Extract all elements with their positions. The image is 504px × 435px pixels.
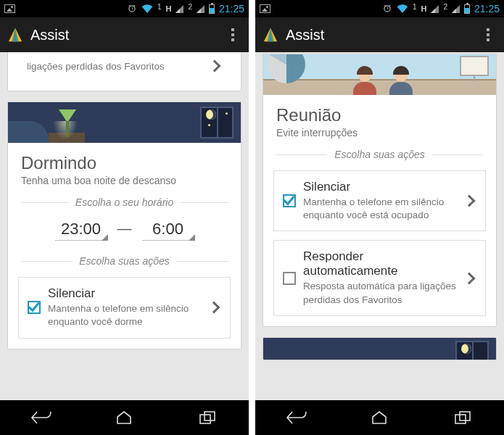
silence-action-item[interactable]: Silenciar Mantenha o telefone em silênci…	[18, 277, 231, 338]
chevron-right-icon	[463, 272, 476, 284]
end-time-picker[interactable]: 6:00	[142, 217, 194, 241]
time-dash: —	[117, 220, 132, 237]
auto-reply-checkbox[interactable]	[283, 272, 296, 285]
auto-reply-action-item[interactable]: Responder automaticamente Resposta autom…	[273, 240, 486, 315]
sim2-label: 2	[443, 3, 447, 11]
status-bar: 1 H 2 21:25	[0, 0, 249, 17]
next-card-peek	[263, 337, 497, 360]
chevron-right-icon	[208, 302, 220, 314]
previous-action-desc: ligações perdidas dos Favoritos	[27, 60, 203, 73]
wifi-icon	[397, 4, 408, 13]
auto-reply-action-desc: Resposta automática para ligações perdid…	[303, 280, 458, 306]
action-bar: Assist	[255, 17, 504, 52]
nav-bar	[255, 400, 504, 435]
content-area: ligações perdidas dos Favoritos Dormindo…	[0, 52, 249, 400]
signal-sim2-icon	[452, 5, 460, 13]
recents-button[interactable]	[434, 405, 492, 431]
silence-action-title: Silenciar	[303, 180, 458, 194]
phone-left: 1 H 2 21:25 Assist ligações perdidas dos…	[0, 0, 249, 435]
actions-section-label: Escolha suas ações	[263, 143, 496, 166]
signal-sim1-icon	[175, 5, 183, 13]
network-type-icon: H	[165, 4, 171, 13]
nav-bar	[0, 400, 249, 435]
status-clock: 21:25	[219, 3, 244, 14]
signal-sim1-icon	[431, 5, 439, 13]
previous-card-partial: ligações perdidas dos Favoritos	[7, 52, 241, 91]
svg-rect-4	[205, 412, 215, 420]
overflow-menu-button[interactable]	[479, 26, 497, 44]
sim1-label: 1	[413, 3, 417, 11]
home-button[interactable]	[95, 405, 153, 431]
sim1-label: 1	[157, 3, 162, 11]
silence-action-desc: Mantenha o telefone em silêncio enquanto…	[48, 302, 202, 328]
meeting-card-hero	[263, 54, 496, 95]
auto-reply-action-title: Responder automaticamente	[303, 249, 458, 278]
app-logo-icon	[263, 27, 278, 43]
sleep-card-subtitle: Tenha uma boa noite de descanso	[21, 175, 228, 186]
battery-icon	[464, 4, 470, 14]
network-type-icon: H	[421, 4, 426, 13]
silence-action-desc: Mantenha o telefone em silêncio enquanto…	[303, 196, 458, 222]
wifi-icon	[141, 4, 153, 13]
chevron-right-icon	[209, 60, 221, 72]
battery-icon	[209, 4, 215, 14]
app-title: Assist	[30, 27, 224, 44]
time-section-label: Escolha o seu horário	[8, 191, 241, 214]
status-clock: 21:25	[474, 3, 500, 14]
content-area: Reunião Evite interrupções Escolha suas …	[255, 52, 504, 400]
image-notification-icon	[260, 4, 270, 13]
app-logo-icon	[7, 27, 23, 43]
sleep-card-hero	[8, 102, 241, 143]
overflow-menu-button[interactable]	[224, 26, 241, 44]
chevron-right-icon	[463, 195, 476, 207]
signal-sim2-icon	[197, 5, 205, 13]
start-time-picker[interactable]: 23:00	[55, 217, 107, 241]
recents-button[interactable]	[178, 405, 236, 431]
previous-action-item[interactable]: ligações perdidas dos Favoritos	[18, 52, 231, 82]
silence-action-title: Silenciar	[48, 286, 202, 301]
home-button[interactable]	[350, 405, 408, 431]
svg-rect-3	[200, 415, 210, 423]
back-button[interactable]	[268, 405, 326, 431]
phone-right: 1 H 2 21:25 Assist	[255, 0, 504, 435]
app-title: Assist	[286, 27, 479, 44]
status-bar: 1 H 2 21:25	[255, 0, 504, 17]
silence-checkbox[interactable]	[28, 301, 41, 314]
svg-rect-8	[455, 415, 466, 423]
back-button[interactable]	[12, 405, 70, 431]
meeting-card-subtitle: Evite interrupções	[276, 127, 483, 138]
meeting-card-title: Reunião	[276, 105, 483, 125]
meeting-card: Reunião Evite interrupções Escolha suas …	[263, 54, 497, 327]
alarm-icon	[382, 4, 392, 14]
silence-action-item[interactable]: Silenciar Mantenha o telefone em silênci…	[273, 170, 486, 231]
time-range-row: 23:00 — 6:00	[8, 214, 241, 249]
sim2-label: 2	[188, 3, 192, 11]
silence-checkbox[interactable]	[283, 194, 296, 207]
sleep-card-title: Dormindo	[21, 153, 228, 173]
svg-rect-9	[460, 412, 470, 420]
action-bar: Assist	[0, 17, 249, 52]
alarm-icon	[127, 4, 137, 14]
actions-section-label: Escolha suas ações	[8, 249, 241, 273]
sleep-card: Dormindo Tenha uma boa noite de descanso…	[7, 102, 241, 349]
image-notification-icon	[4, 4, 15, 13]
